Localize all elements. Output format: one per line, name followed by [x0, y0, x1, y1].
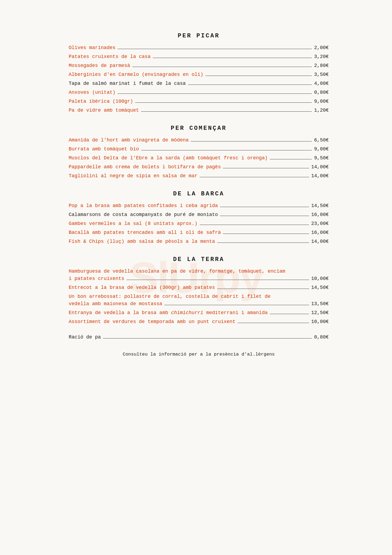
item-price: 3,20€ [314, 53, 329, 60]
racio-item: Ració de pa 0,80€ [69, 334, 329, 341]
item-dots [127, 280, 309, 280]
item-name: Tagliolini al negre de sípia en salsa de… [69, 172, 197, 180]
item-name: Patates cruixents de la casa [69, 53, 151, 60]
item-name: Albergínies d'en Carmelo (envinagrades e… [69, 71, 203, 78]
item-name: Olives marinades [69, 44, 116, 51]
item-price: 14,00€ [311, 163, 329, 171]
item-name: Calamarsons de costa acompanyats de puré… [69, 211, 218, 218]
list-item: Assortiment de verdures de temporada amb… [69, 318, 329, 325]
item-name: Pa de vidre amb tomàquet [69, 107, 139, 114]
item-name: Burrata amb tomàquet bio [69, 146, 139, 153]
item-dots [164, 305, 309, 305]
menu-page: PER PICAR Olives marinades 2,00€ Patates… [47, 0, 345, 379]
item-name-line1: Hamburguesa de vedella casolana en pa de… [69, 268, 329, 275]
item-dots [270, 314, 309, 314]
list-item: Tapa de salmó marinat i fumat de la casa… [69, 80, 329, 87]
item-dots [223, 234, 309, 234]
item-dots [103, 338, 312, 338]
item-price: 6,50€ [314, 137, 329, 144]
item-name: Tapa de salmó marinat i fumat de la casa [69, 80, 186, 87]
item-name: Assortiment de verdures de temporada amb… [69, 318, 236, 325]
item-price: 16,00€ [311, 211, 329, 218]
item-dots [135, 102, 312, 103]
item-dots [153, 58, 312, 58]
item-price: 10,00€ [311, 318, 329, 325]
item-dots [188, 85, 312, 85]
item-price: 14,00€ [311, 172, 329, 180]
item-name: Entranya de vedella a la brasa amb chimi… [69, 309, 268, 317]
item-name: Anxoves (unitat) [69, 89, 116, 96]
item-price: 14,50€ [311, 202, 329, 209]
list-item: Bacallà amb patates trencades amb all i … [69, 229, 329, 236]
list-item: Gambes vermelles a la sal (8 unitats apr… [69, 220, 329, 227]
section-header-de-la-terra: DE LA TERRA [69, 256, 329, 263]
item-price: 4,00€ [314, 80, 329, 87]
item-dots [118, 49, 312, 49]
list-item: Patates cruixents de la casa 3,20€ [69, 53, 329, 60]
item-name: Ració de pa [69, 334, 101, 341]
list-item: Amanida de l'hort amb vinagreta de mòden… [69, 137, 329, 144]
list-item: Musclos del Delta de l'Ebre a la sarda (… [69, 154, 329, 162]
item-dots [141, 111, 312, 112]
item-dots [205, 76, 312, 76]
list-item: Pa de vidre amb tomàquet 1,20€ [69, 107, 329, 114]
item-price: 14,00€ [311, 238, 329, 245]
section-header-per-picar: PER PICAR [69, 33, 329, 39]
section-header-de-la-barca: DE LA BARCA [69, 191, 329, 197]
item-price: 23,00€ [311, 220, 329, 227]
item-name: Fish & Chips (lluç) amb salsa de pèsols … [69, 238, 215, 245]
list-item: Olives marinades 2,00€ [69, 44, 329, 51]
item-dots [223, 168, 309, 168]
list-item: Tagliolini al negre de sípia en salsa de… [69, 172, 329, 180]
item-dots [141, 150, 312, 150]
footer-allergens: Consulteu la informació per a la presènc… [69, 352, 329, 357]
item-price: 13,50€ [311, 300, 329, 308]
item-price: 9,00€ [314, 98, 329, 105]
item-dots [270, 159, 312, 159]
item-dots [217, 289, 309, 289]
section-header-per-comencar: PER COMENÇAR [69, 125, 329, 132]
item-name-line2: i patates cruixents [69, 275, 124, 282]
list-item: Entranya de vedella a la brasa amb chimi… [69, 309, 329, 317]
list-item: Paleta ibèrica (100gr) 9,00€ [69, 98, 329, 105]
item-dots [220, 216, 309, 216]
item-price: 16,00€ [311, 229, 329, 236]
item-price: 2,80€ [314, 62, 329, 69]
item-dots [200, 225, 309, 225]
item-price: 12,50€ [311, 309, 329, 317]
item-price: 0,80€ [314, 334, 329, 341]
item-name: Paleta ibèrica (100gr) [69, 98, 133, 105]
item-dots [238, 323, 309, 323]
item-name-line1: Un bon arrebossat: pollastre de corral, … [69, 293, 329, 300]
list-item: Burrata amb tomàquet bio 9,00€ [69, 146, 329, 153]
item-price: 3,50€ [314, 71, 329, 78]
italic-word: chimichurri [171, 310, 203, 315]
list-item: Hamburguesa de vedella casolana en pa de… [69, 268, 329, 282]
item-name: Entrecot a la brasa de vedella (300gr) a… [69, 284, 215, 291]
item-name: Gambes vermelles a la sal (8 unitats apr… [69, 220, 197, 227]
item-dots [132, 67, 312, 67]
list-item: Pop a la brasa amb patates confitades i … [69, 202, 329, 209]
item-dots [217, 243, 309, 243]
item-name: Pappardelle amb crema de bolets i botifa… [69, 163, 221, 171]
item-name: Mossegades de parmesà [69, 62, 130, 69]
item-price: 1,20€ [314, 107, 329, 114]
item-dots [220, 207, 309, 207]
list-item: Entrecot a la brasa de vedella (300gr) a… [69, 284, 329, 291]
item-price: 9,00€ [314, 146, 329, 153]
item-name: Bacallà amb patates trencades amb all i … [69, 229, 221, 236]
list-item: Anxoves (unitat) 0,80€ [69, 89, 329, 96]
item-price: 10,00€ [311, 275, 329, 282]
item-price: 9,50€ [314, 154, 329, 162]
list-item: Albergínies d'en Carmelo (envinagrades e… [69, 71, 329, 78]
list-item: Mossegades de parmesà 2,80€ [69, 62, 329, 69]
list-item: Un bon arrebossat: pollastre de corral, … [69, 293, 329, 308]
item-price: 14,50€ [311, 284, 329, 291]
item-name: Amanida de l'hort amb vinagreta de mòden… [69, 137, 189, 144]
item-dots [118, 93, 312, 94]
item-price: 2,00€ [314, 44, 329, 51]
list-item: Pappardelle amb crema de bolets i botifa… [69, 163, 329, 171]
item-dots [200, 177, 309, 177]
item-name: Pop a la brasa amb patates confitades i … [69, 202, 218, 209]
item-name-line2: vedella amb maionesa de mostassa [69, 300, 163, 308]
